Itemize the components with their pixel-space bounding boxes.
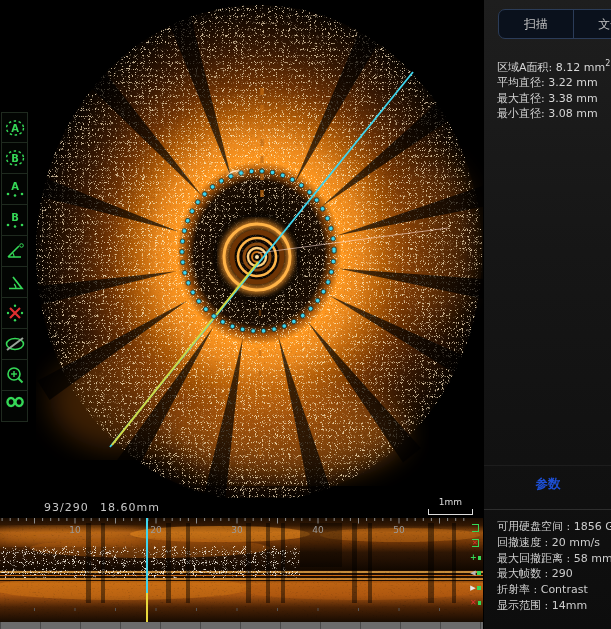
zoom-in-tool[interactable] <box>1 360 28 391</box>
add-bookmark-icon[interactable]: + <box>470 552 481 563</box>
measurement-row: 最小直径: 3.08 mm <box>497 106 610 122</box>
angle-tool[interactable] <box>1 267 28 298</box>
loop-tool[interactable] <box>1 391 28 422</box>
prev-frame-icon[interactable]: ◀ <box>470 567 481 578</box>
segment-end-delete-icon[interactable]: ✕ <box>470 537 481 548</box>
main-imaging-area: A BA B 93/290 18.60mm 1mm <box>0 0 483 629</box>
lmode-controls: ✕+◀▶✕ <box>470 522 482 608</box>
frame-counter: 93/290 <box>44 501 89 514</box>
frame-info-bar: 93/290 18.60mm 1mm <box>0 498 483 518</box>
lmode-ruler-label: 40 <box>312 525 324 535</box>
measurement-results: 区域A面积: 8.12 mm2平均直径: 3.22 mm最大直径: 3.38 m… <box>497 56 610 122</box>
parameter-row: 可用硬盘空间 : 1856 G <box>497 519 611 535</box>
parameter-row: 折射率 : Contrast <box>497 582 611 598</box>
tab-scan[interactable]: 扫描 <box>499 10 573 38</box>
delete-measurement-tool-icon <box>5 303 25 323</box>
tab-file[interactable]: 文件 <box>573 10 611 38</box>
oct-cross-section-view[interactable] <box>0 0 483 498</box>
ellipse-area-b-tool-icon: B <box>5 148 25 168</box>
lmode-ruler-label: 10 <box>69 525 81 535</box>
scalebar <box>428 509 473 515</box>
lmode-ruler-label: 30 <box>231 525 243 535</box>
zoom-in-tool-icon <box>5 365 25 385</box>
length-a-tool-icon: A <box>5 179 25 199</box>
segment-start-marker-icon[interactable] <box>470 522 481 533</box>
parameter-row: 最大帧数 : 290 <box>497 566 611 582</box>
parameters-header[interactable]: 参数 <box>484 476 611 493</box>
lmode-ruler-label: 50 <box>393 525 405 535</box>
panel-tabs: 扫描 文件 <box>498 9 611 39</box>
next-frame-icon[interactable]: ▶ <box>470 582 481 593</box>
measurement-row: 平均直径: 3.22 mm <box>497 75 610 91</box>
length-a-tool[interactable]: A <box>1 174 28 205</box>
oct-workstation: A BA B 93/290 18.60mm 1mm <box>0 0 611 629</box>
parameter-row: 最大回撤距离 : 58 mm <box>497 551 611 567</box>
scalebar-label: 1mm <box>428 497 473 507</box>
panel-divider-top <box>484 465 611 466</box>
svg-text:B: B <box>11 153 19 164</box>
lmode-longitudinal-view[interactable]: 1020304050 ✕+◀▶✕ <box>0 518 483 622</box>
parameter-row: 显示范围 : 14mm <box>497 598 611 614</box>
panel-divider-bottom <box>484 509 611 510</box>
right-panel: 扫描 文件 区域A面积: 8.12 mm2平均直径: 3.22 mm最大直径: … <box>483 0 611 629</box>
ellipse-area-a-tool[interactable]: A <box>1 112 28 143</box>
system-parameters: 可用硬盘空间 : 1856 G回撤速度 : 20 mm/s最大回撤距离 : 58… <box>497 519 611 614</box>
measurement-toolbar: A BA B <box>1 112 28 422</box>
measurement-row: 区域A面积: 8.12 mm2 <box>497 56 610 75</box>
angle-tool-icon <box>5 272 25 292</box>
measurement-row: 最大直径: 3.38 mm <box>497 91 610 107</box>
svg-text:A: A <box>11 181 19 192</box>
hide-measurement-tool-icon <box>5 334 25 354</box>
delete-measurement-tool[interactable] <box>1 298 28 329</box>
parameter-row: 回撤速度 : 20 mm/s <box>497 535 611 551</box>
hide-measurement-tool[interactable] <box>1 329 28 360</box>
svg-text:A: A <box>11 122 19 133</box>
angle-degree-tool-icon <box>5 241 25 261</box>
delete-bookmark-icon[interactable]: ✕ <box>470 597 481 608</box>
length-b-tool[interactable]: B <box>1 205 28 236</box>
lmode-scrollbar[interactable] <box>0 622 483 629</box>
length-b-tool-icon: B <box>5 210 25 230</box>
ellipse-area-b-tool[interactable]: B <box>1 143 28 174</box>
ellipse-area-a-tool-icon: A <box>5 118 25 138</box>
pullback-position: 18.60mm <box>100 501 160 514</box>
angle-degree-tool[interactable] <box>1 236 28 267</box>
svg-text:B: B <box>11 212 19 223</box>
loop-tool-icon <box>5 396 25 416</box>
lmode-ruler-label: 20 <box>150 525 162 535</box>
